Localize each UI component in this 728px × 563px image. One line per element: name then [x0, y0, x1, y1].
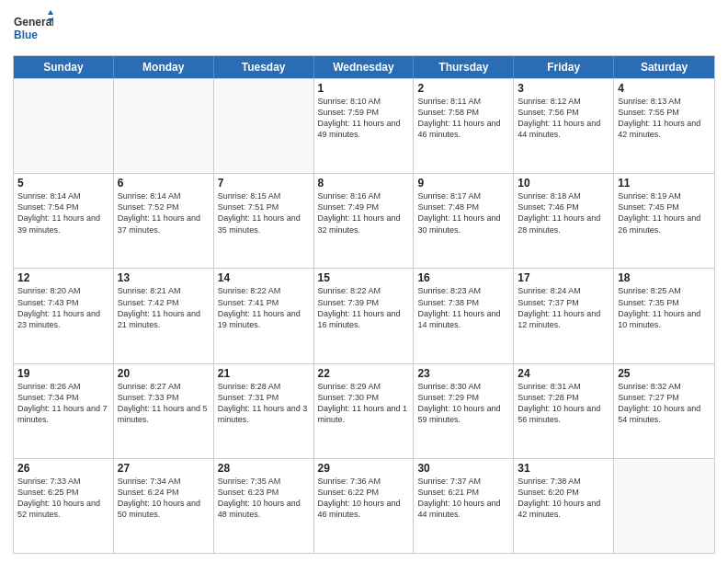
day-info: Sunrise: 8:31 AM Sunset: 7:28 PM Dayligh… [518, 381, 609, 426]
day-info: Sunrise: 8:15 AM Sunset: 7:51 PM Dayligh… [218, 190, 310, 236]
day-number: 14 [218, 271, 310, 284]
day-number: 21 [218, 367, 310, 380]
calendar-day-cell: 9Sunrise: 8:17 AM Sunset: 7:48 PM Daylig… [414, 174, 514, 268]
calendar-day-cell: 24Sunrise: 8:31 AM Sunset: 7:28 PM Dayli… [514, 364, 614, 458]
day-number: 17 [518, 271, 609, 284]
calendar-day-cell: 15Sunrise: 8:22 AM Sunset: 7:39 PM Dayli… [314, 269, 415, 362]
day-number: 24 [518, 367, 609, 380]
day-info: Sunrise: 8:13 AM Sunset: 7:55 PM Dayligh… [618, 96, 711, 141]
day-number: 13 [118, 271, 210, 284]
day-info: Sunrise: 8:32 AM Sunset: 7:27 PM Dayligh… [618, 381, 711, 426]
day-number: 5 [17, 177, 109, 190]
day-number: 10 [518, 177, 609, 190]
day-info: Sunrise: 8:22 AM Sunset: 7:39 PM Dayligh… [318, 285, 410, 330]
svg-text:Blue: Blue [14, 29, 38, 41]
day-info: Sunrise: 7:35 AM Sunset: 6:23 PM Dayligh… [218, 476, 310, 521]
day-info: Sunrise: 8:30 AM Sunset: 7:29 PM Dayligh… [417, 381, 509, 426]
logo-svg: General Blue [13, 9, 53, 50]
calendar-week-row: 19Sunrise: 8:26 AM Sunset: 7:34 PM Dayli… [14, 363, 714, 458]
day-number: 20 [118, 367, 210, 380]
day-info: Sunrise: 7:33 AM Sunset: 6:25 PM Dayligh… [17, 476, 109, 521]
day-number: 2 [417, 82, 509, 95]
day-info: Sunrise: 8:26 AM Sunset: 7:34 PM Dayligh… [17, 381, 109, 426]
day-number: 22 [318, 367, 410, 380]
day-info: Sunrise: 7:38 AM Sunset: 6:20 PM Dayligh… [518, 476, 609, 521]
day-info: Sunrise: 8:20 AM Sunset: 7:43 PM Dayligh… [17, 285, 109, 330]
day-number: 3 [518, 82, 609, 95]
day-info: Sunrise: 7:34 AM Sunset: 6:24 PM Dayligh… [118, 476, 210, 521]
weekday-header: Sunday [14, 56, 114, 78]
calendar-day-cell: 8Sunrise: 8:16 AM Sunset: 7:49 PM Daylig… [314, 174, 415, 268]
day-info: Sunrise: 8:23 AM Sunset: 7:38 PM Dayligh… [417, 285, 509, 330]
calendar-day-cell [614, 459, 714, 553]
page: General Blue SundayMondayTuesdayWednesda… [0, 0, 728, 563]
day-info: Sunrise: 8:17 AM Sunset: 7:48 PM Dayligh… [417, 190, 509, 236]
calendar-day-cell: 7Sunrise: 8:15 AM Sunset: 7:51 PM Daylig… [214, 174, 314, 268]
day-number: 29 [318, 462, 410, 475]
weekday-header: Friday [514, 56, 614, 78]
weekday-header: Wednesday [314, 56, 415, 78]
day-info: Sunrise: 8:28 AM Sunset: 7:31 PM Dayligh… [218, 381, 310, 426]
calendar-day-cell: 20Sunrise: 8:27 AM Sunset: 7:33 PM Dayli… [114, 364, 214, 458]
day-number: 18 [618, 271, 711, 284]
calendar-day-cell: 26Sunrise: 7:33 AM Sunset: 6:25 PM Dayli… [14, 459, 114, 553]
calendar-day-cell: 16Sunrise: 8:23 AM Sunset: 7:38 PM Dayli… [414, 269, 514, 362]
day-number: 30 [417, 462, 509, 475]
calendar-day-cell: 11Sunrise: 8:19 AM Sunset: 7:45 PM Dayli… [614, 174, 714, 268]
weekday-header: Thursday [414, 56, 514, 78]
calendar-day-cell: 25Sunrise: 8:32 AM Sunset: 7:27 PM Dayli… [614, 364, 714, 458]
day-info: Sunrise: 8:22 AM Sunset: 7:41 PM Dayligh… [218, 285, 310, 330]
calendar-day-cell [114, 79, 214, 173]
day-number: 19 [17, 367, 109, 380]
calendar-week-row: 26Sunrise: 7:33 AM Sunset: 6:25 PM Dayli… [14, 458, 714, 553]
calendar-day-cell [214, 79, 314, 173]
calendar-day-cell: 19Sunrise: 8:26 AM Sunset: 7:34 PM Dayli… [14, 364, 114, 458]
calendar-body: 1Sunrise: 8:10 AM Sunset: 7:59 PM Daylig… [14, 78, 714, 553]
day-info: Sunrise: 8:11 AM Sunset: 7:58 PM Dayligh… [417, 96, 509, 141]
weekday-header: Saturday [614, 56, 714, 78]
day-number: 6 [118, 177, 210, 190]
calendar-day-cell: 14Sunrise: 8:22 AM Sunset: 7:41 PM Dayli… [214, 269, 314, 362]
day-number: 31 [518, 462, 609, 475]
calendar-day-cell [14, 79, 114, 173]
calendar-day-cell: 30Sunrise: 7:37 AM Sunset: 6:21 PM Dayli… [414, 459, 514, 553]
day-info: Sunrise: 8:29 AM Sunset: 7:30 PM Dayligh… [318, 381, 410, 426]
calendar-day-cell: 23Sunrise: 8:30 AM Sunset: 7:29 PM Dayli… [414, 364, 514, 458]
weekday-header: Monday [114, 56, 214, 78]
calendar-day-cell: 27Sunrise: 7:34 AM Sunset: 6:24 PM Dayli… [114, 459, 214, 553]
day-number: 9 [417, 177, 509, 190]
calendar-day-cell: 13Sunrise: 8:21 AM Sunset: 7:42 PM Dayli… [114, 269, 214, 362]
day-info: Sunrise: 8:12 AM Sunset: 7:56 PM Dayligh… [518, 96, 609, 141]
svg-text:General: General [14, 16, 53, 29]
calendar-day-cell: 5Sunrise: 8:14 AM Sunset: 7:54 PM Daylig… [14, 174, 114, 268]
day-info: Sunrise: 8:16 AM Sunset: 7:49 PM Dayligh… [318, 190, 410, 236]
weekday-header: Tuesday [214, 56, 314, 78]
calendar-header: SundayMondayTuesdayWednesdayThursdayFrid… [14, 56, 714, 78]
calendar-day-cell: 17Sunrise: 8:24 AM Sunset: 7:37 PM Dayli… [514, 269, 614, 362]
day-number: 4 [618, 82, 711, 95]
calendar-day-cell: 3Sunrise: 8:12 AM Sunset: 7:56 PM Daylig… [514, 79, 614, 173]
calendar-week-row: 12Sunrise: 8:20 AM Sunset: 7:43 PM Dayli… [14, 268, 714, 362]
calendar-day-cell: 29Sunrise: 7:36 AM Sunset: 6:22 PM Dayli… [314, 459, 415, 553]
calendar-day-cell: 2Sunrise: 8:11 AM Sunset: 7:58 PM Daylig… [414, 79, 514, 173]
day-number: 12 [17, 271, 109, 284]
day-number: 28 [218, 462, 310, 475]
day-number: 26 [17, 462, 109, 475]
day-number: 15 [318, 271, 410, 284]
day-info: Sunrise: 8:25 AM Sunset: 7:35 PM Dayligh… [618, 285, 711, 330]
calendar-day-cell: 31Sunrise: 7:38 AM Sunset: 6:20 PM Dayli… [514, 459, 614, 553]
day-number: 16 [417, 271, 509, 284]
day-info: Sunrise: 8:27 AM Sunset: 7:33 PM Dayligh… [118, 381, 210, 426]
calendar-day-cell: 28Sunrise: 7:35 AM Sunset: 6:23 PM Dayli… [214, 459, 314, 553]
calendar-day-cell: 4Sunrise: 8:13 AM Sunset: 7:55 PM Daylig… [614, 79, 714, 173]
calendar: SundayMondayTuesdayWednesdayThursdayFrid… [13, 55, 715, 554]
day-info: Sunrise: 8:18 AM Sunset: 7:46 PM Dayligh… [518, 190, 609, 236]
day-info: Sunrise: 7:37 AM Sunset: 6:21 PM Dayligh… [417, 476, 509, 521]
calendar-week-row: 1Sunrise: 8:10 AM Sunset: 7:59 PM Daylig… [14, 78, 714, 173]
header: General Blue [13, 9, 715, 50]
day-info: Sunrise: 8:19 AM Sunset: 7:45 PM Dayligh… [618, 190, 711, 236]
calendar-day-cell: 12Sunrise: 8:20 AM Sunset: 7:43 PM Dayli… [14, 269, 114, 362]
svg-marker-2 [48, 10, 53, 15]
day-number: 1 [318, 82, 410, 95]
day-info: Sunrise: 8:10 AM Sunset: 7:59 PM Dayligh… [318, 96, 410, 141]
